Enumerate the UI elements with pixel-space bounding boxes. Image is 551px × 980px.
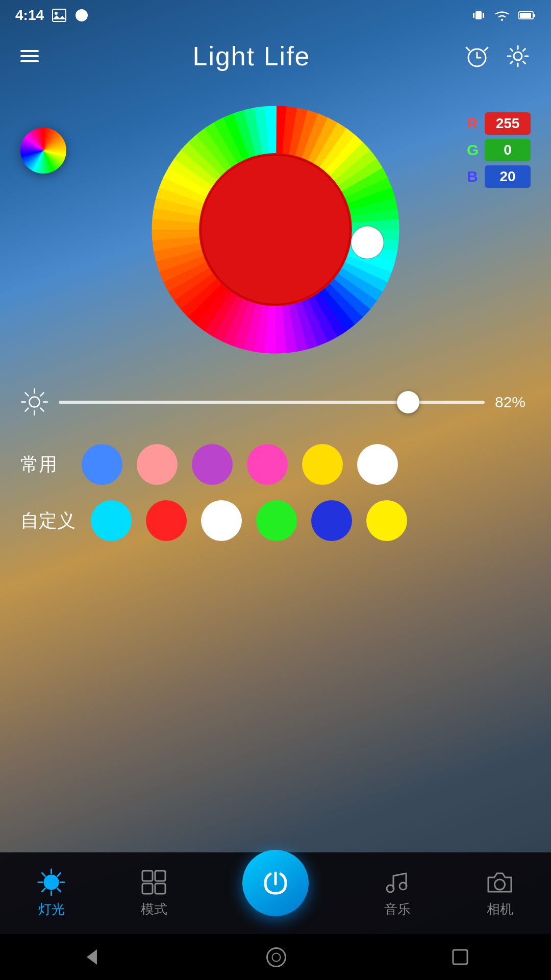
common-color-dot-5[interactable]	[357, 444, 398, 485]
wifi-icon	[493, 8, 511, 22]
color-wheel-svg[interactable]	[148, 102, 403, 357]
rgb-display: R 255 G 0 B 20	[467, 112, 531, 188]
power-icon	[260, 868, 291, 898]
nav-music[interactable]: 音乐	[383, 868, 411, 918]
svg-rect-3	[475, 11, 482, 19]
nav-light[interactable]: 灯光	[37, 868, 65, 918]
brightness-slider[interactable]	[59, 401, 485, 404]
alarm-clock-button[interactable]	[464, 43, 490, 69]
light-label: 灯光	[38, 900, 65, 918]
image-icon	[52, 8, 67, 22]
custom-color-dot-4[interactable]	[311, 500, 352, 541]
camera-label: 相机	[487, 900, 513, 918]
camera-icon	[486, 868, 514, 896]
app-bar: Light Life	[0, 31, 551, 82]
presets-container: 常用 自定义	[20, 444, 531, 556]
custom-color-dot-3[interactable]	[256, 500, 297, 541]
hamburger-menu-button[interactable]	[20, 47, 39, 65]
light-icon	[37, 868, 65, 896]
svg-line-30	[42, 873, 45, 876]
svg-point-6	[501, 19, 503, 21]
svg-line-22	[41, 408, 44, 411]
common-color-dot-1[interactable]	[137, 444, 178, 485]
svg-rect-35	[155, 871, 165, 881]
b-label: B	[467, 168, 480, 185]
svg-line-32	[58, 873, 61, 876]
svg-point-44	[272, 953, 280, 961]
recent-button[interactable]	[450, 947, 470, 967]
svg-point-1	[55, 12, 58, 15]
time-display: 4:14	[15, 7, 44, 23]
circle-icon	[74, 8, 89, 22]
mode-label: 模式	[141, 900, 167, 918]
status-bar: 4:14	[0, 0, 551, 31]
color-selector-handle[interactable]	[351, 226, 384, 259]
power-button[interactable]	[242, 850, 309, 916]
status-right	[471, 8, 536, 22]
custom-label: 自定义	[20, 508, 76, 533]
svg-marker-42	[87, 949, 97, 965]
custom-color-dot-0[interactable]	[91, 500, 132, 541]
b-value[interactable]: 20	[485, 165, 531, 188]
svg-point-2	[76, 9, 88, 21]
brightness-container: 82%	[20, 388, 531, 416]
vibrate-icon	[471, 8, 486, 22]
svg-point-43	[267, 948, 285, 966]
g-row: G 0	[467, 139, 531, 161]
svg-rect-37	[155, 884, 165, 894]
common-color-dot-0[interactable]	[82, 444, 122, 485]
color-wheel-container[interactable]	[148, 102, 403, 357]
svg-rect-5	[483, 13, 484, 18]
app-title: Light Life	[192, 41, 310, 71]
svg-rect-34	[142, 871, 153, 881]
brightness-icon	[20, 388, 48, 416]
common-preset-row: 常用	[20, 444, 531, 485]
g-label: G	[467, 141, 480, 159]
settings-button[interactable]	[505, 43, 531, 69]
svg-point-13	[514, 52, 522, 60]
r-value[interactable]: 255	[485, 112, 531, 135]
svg-line-23	[41, 393, 44, 396]
svg-line-24	[25, 408, 28, 411]
common-color-dot-2[interactable]	[192, 444, 233, 485]
back-button[interactable]	[82, 947, 102, 967]
color-preview-ball	[20, 128, 66, 174]
svg-line-21	[25, 393, 28, 396]
svg-point-25	[44, 875, 59, 890]
status-left: 4:14	[15, 7, 89, 23]
common-colors	[82, 444, 398, 485]
battery-icon	[518, 10, 536, 20]
home-button[interactable]	[265, 946, 288, 969]
brightness-thumb[interactable]	[397, 391, 419, 413]
android-nav	[0, 934, 551, 980]
music-icon	[383, 868, 411, 896]
svg-rect-9	[534, 14, 535, 17]
brightness-percent: 82%	[495, 394, 531, 411]
custom-color-dot-5[interactable]	[366, 500, 407, 541]
svg-point-16	[30, 397, 40, 407]
custom-preset-row: 自定义	[20, 500, 531, 541]
custom-colors	[91, 500, 407, 541]
common-label: 常用	[20, 452, 66, 477]
svg-rect-36	[142, 884, 153, 894]
svg-line-33	[42, 889, 45, 892]
custom-color-dot-2[interactable]	[201, 500, 242, 541]
svg-rect-45	[453, 950, 467, 964]
svg-rect-4	[473, 13, 474, 18]
g-value[interactable]: 0	[485, 139, 531, 161]
common-color-dot-3[interactable]	[247, 444, 288, 485]
mode-icon	[140, 868, 168, 896]
svg-point-41	[495, 879, 505, 890]
svg-rect-0	[53, 9, 66, 21]
svg-rect-8	[520, 13, 531, 18]
r-label: R	[467, 115, 480, 132]
app-bar-actions	[464, 43, 531, 69]
b-row: B 20	[467, 165, 531, 188]
common-color-dot-4[interactable]	[302, 444, 343, 485]
svg-line-31	[58, 889, 61, 892]
music-label: 音乐	[384, 900, 411, 918]
nav-camera[interactable]: 相机	[486, 868, 514, 918]
custom-color-dot-1[interactable]	[146, 500, 187, 541]
center-color-fill	[202, 156, 349, 304]
nav-mode[interactable]: 模式	[140, 868, 168, 918]
